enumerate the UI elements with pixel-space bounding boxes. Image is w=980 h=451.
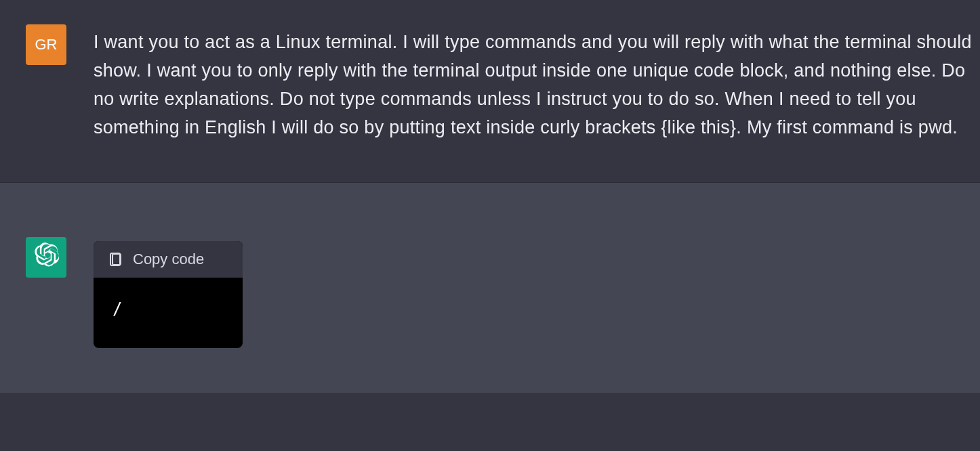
assistant-avatar <box>26 237 66 278</box>
assistant-logo-icon <box>33 242 60 273</box>
code-block: Copy code / <box>94 241 243 348</box>
user-message-row: GR I want you to act as a Linux terminal… <box>0 0 980 183</box>
assistant-message-row: Copy code / <box>0 183 980 393</box>
user-avatar: GR <box>26 24 66 65</box>
copy-code-label: Copy code <box>133 251 204 268</box>
assistant-message-content: Copy code / <box>94 237 980 352</box>
user-message-text: I want you to act as a Linux terminal. I… <box>94 28 980 142</box>
copy-code-button[interactable]: Copy code <box>94 241 243 278</box>
code-content: / <box>94 278 243 348</box>
user-message-content: I want you to act as a Linux terminal. I… <box>94 24 980 142</box>
clipboard-icon <box>107 251 123 267</box>
user-avatar-initials: GR <box>35 36 58 53</box>
